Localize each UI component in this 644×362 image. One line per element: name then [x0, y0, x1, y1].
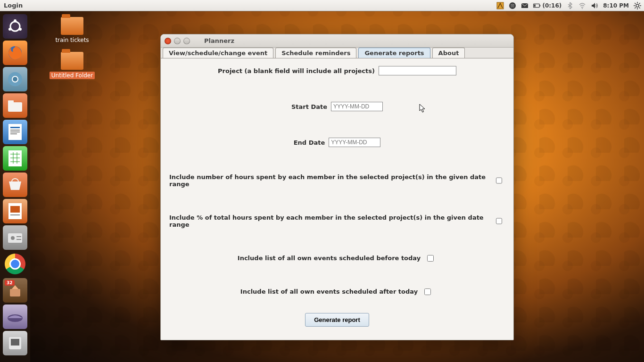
svg-rect-28 [10, 130, 20, 131]
svg-rect-39 [10, 214, 20, 215]
svg-rect-29 [10, 132, 20, 132]
start-date-input[interactable] [331, 102, 383, 111]
window-title: Plannerz [204, 37, 234, 44]
tab-about[interactable]: About [432, 48, 465, 58]
svg-rect-47 [11, 339, 19, 346]
app-menu-label[interactable]: Login [4, 2, 23, 9]
mail-icon[interactable] [521, 2, 528, 9]
project-row: Project (a blank field will include all … [169, 66, 505, 75]
libreoffice-impress-icon[interactable] [3, 199, 27, 223]
end-date-input[interactable] [329, 138, 380, 147]
tab-strip: View/schedule/change event Schedule remi… [161, 48, 513, 58]
generate-button-row: Generate report [169, 313, 505, 327]
software-center-icon[interactable] [3, 173, 27, 197]
folder-label: train tickets [55, 37, 89, 43]
svg-point-23 [13, 77, 17, 82]
system-settings-icon[interactable] [3, 225, 27, 250]
percent-hours-label: Include % of total hours spent by each m… [169, 214, 489, 228]
folder-icon [61, 17, 83, 35]
tab-schedule-reminders[interactable]: Schedule reminders [275, 48, 356, 58]
chromium-icon[interactable] [3, 67, 27, 91]
events-after-today-checkbox[interactable] [424, 288, 431, 295]
folder-icon [61, 52, 83, 70]
svg-point-6 [582, 8, 583, 9]
desktop-folder-train-tickets[interactable]: train tickets [46, 17, 98, 43]
clock[interactable]: 8:10 PM [603, 2, 629, 9]
generate-report-button[interactable]: Generate report [305, 313, 369, 327]
events-before-today-checkbox[interactable] [427, 255, 434, 262]
volume-icon[interactable] [591, 2, 598, 9]
tab-generate-reports[interactable]: Generate reports [358, 48, 430, 58]
svg-rect-30 [10, 133, 17, 134]
svg-line-15 [639, 3, 640, 4]
hours-per-member-label: Include number of hours spent by each me… [169, 173, 489, 188]
svg-rect-40 [8, 233, 22, 243]
svg-rect-5 [534, 4, 536, 7]
svg-point-19 [19, 28, 22, 31]
project-input[interactable] [379, 66, 456, 75]
hours-per-member-row: Include number of hours spent by each me… [169, 173, 505, 188]
spotify-icon[interactable] [509, 2, 516, 9]
end-date-label: End Date [294, 139, 325, 146]
percent-hours-row: Include % of total hours spent by each m… [169, 214, 505, 228]
chrome-icon[interactable] [5, 254, 25, 274]
firefox-icon[interactable] [3, 41, 27, 65]
battery-text: (0:16) [542, 2, 561, 9]
folder-label: Untitled Folder [50, 72, 95, 79]
svg-line-12 [635, 3, 636, 4]
launcher-dock: 32 [0, 11, 30, 362]
svg-rect-42 [17, 236, 21, 237]
end-date-row: End Date [169, 138, 505, 147]
percent-hours-checkbox[interactable] [496, 218, 502, 224]
svg-rect-27 [10, 127, 20, 128]
svg-point-7 [636, 4, 639, 7]
svg-point-18 [8, 28, 11, 31]
wifi-icon[interactable] [578, 2, 586, 9]
software-updater-icon[interactable]: 32 [3, 278, 27, 303]
java-app-icon[interactable] [3, 331, 27, 355]
svg-point-17 [14, 19, 17, 22]
plannerz-window: Plannerz View/schedule/change event Sche… [160, 34, 514, 340]
events-after-today-label: Include list of all own events scheduled… [240, 288, 418, 295]
report-form: Project (a blank field will include all … [161, 58, 513, 340]
libreoffice-writer-icon[interactable] [3, 120, 27, 144]
svg-point-41 [11, 236, 15, 240]
hours-per-member-checkbox[interactable] [496, 177, 502, 184]
libreoffice-calc-icon[interactable] [3, 146, 27, 171]
dash-home-icon[interactable] [3, 14, 27, 39]
svg-rect-44 [10, 289, 20, 296]
tray-app-icon[interactable] [496, 2, 504, 9]
events-before-today-row: Include list of all own events scheduled… [169, 255, 505, 262]
close-icon[interactable] [165, 38, 171, 44]
start-date-row: Start Date [169, 102, 505, 111]
svg-rect-4 [540, 5, 541, 6]
minimize-icon[interactable] [174, 38, 181, 44]
gear-icon[interactable] [634, 2, 641, 9]
battery-indicator[interactable]: (0:16) [533, 2, 561, 9]
svg-point-16 [10, 22, 20, 31]
updates-badge: 32 [5, 280, 15, 286]
bluetooth-icon[interactable] [566, 2, 574, 9]
desktop-folder-untitled[interactable]: Untitled Folder [46, 52, 98, 79]
svg-rect-25 [8, 100, 14, 103]
window-titlebar[interactable]: Plannerz [161, 34, 513, 48]
tab-view-schedule-change-event[interactable]: View/schedule/change event [163, 48, 273, 58]
svg-rect-24 [8, 102, 22, 112]
project-label: Project (a blank field will include all … [218, 67, 375, 74]
files-icon[interactable] [3, 93, 27, 118]
start-date-label: Start Date [291, 103, 327, 110]
svg-rect-31 [8, 150, 22, 166]
eclipse-icon[interactable] [3, 304, 27, 329]
events-after-today-row: Include list of all own events scheduled… [169, 288, 505, 295]
events-before-today-label: Include list of all own events scheduled… [238, 255, 421, 262]
svg-line-13 [639, 7, 640, 8]
svg-rect-43 [17, 239, 21, 240]
svg-line-14 [635, 7, 636, 8]
maximize-icon[interactable] [183, 38, 190, 44]
svg-rect-38 [10, 206, 20, 213]
top-menubar: Login (0:16) 8:10 PM [0, 0, 644, 11]
